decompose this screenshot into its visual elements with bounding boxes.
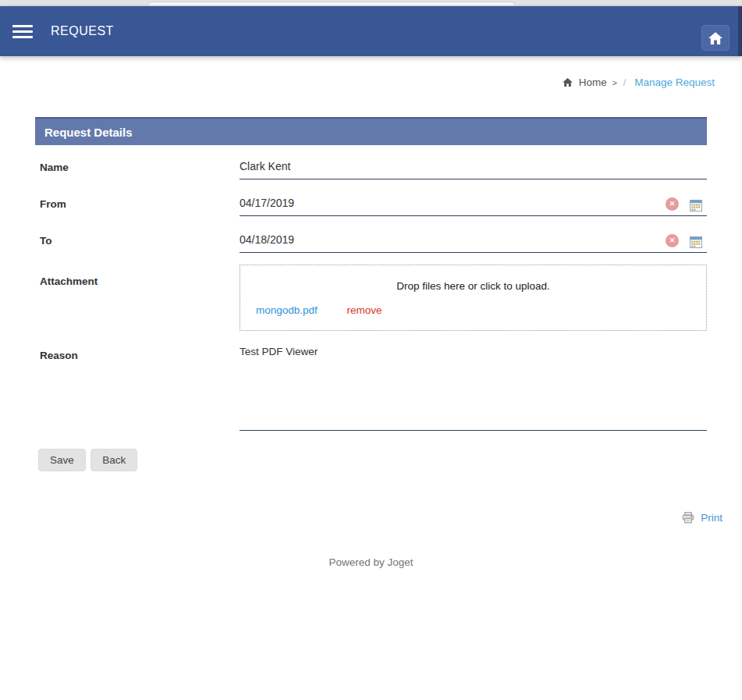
to-clear-x-icon[interactable]: ✕: [666, 234, 679, 247]
field-row-to: To ✕: [35, 228, 707, 253]
field-row-from: From ✕: [35, 191, 707, 216]
dropzone-text: Drop files here or click to upload.: [256, 280, 691, 292]
reason-textarea[interactable]: Test PDF Viewer: [240, 343, 707, 431]
field-row-reason: Reason Test PDF Viewer: [35, 343, 707, 434]
name-input[interactable]: [240, 155, 707, 179]
uploaded-file-row: mongodb.pdf remove: [256, 304, 691, 316]
form-body: Name From ✕ To: [35, 145, 707, 471]
file-dropzone[interactable]: Drop files here or click to upload. mong…: [240, 265, 707, 331]
to-label: To: [35, 228, 240, 253]
name-label: Name: [35, 155, 240, 179]
hamburger-menu-icon[interactable]: [12, 22, 33, 41]
home-icon: [563, 77, 576, 89]
breadcrumb-current-link[interactable]: Manage Request: [634, 76, 715, 88]
field-row-name: Name: [35, 155, 707, 179]
to-calendar-icon[interactable]: [690, 236, 702, 248]
from-date-input[interactable]: [240, 191, 707, 216]
back-button[interactable]: Back: [91, 449, 137, 471]
breadcrumb-separator: /: [623, 76, 627, 88]
print-row: Print: [0, 512, 742, 524]
panel-title: Request Details: [35, 126, 133, 139]
home-button[interactable]: [701, 25, 730, 51]
remove-file-link[interactable]: remove: [347, 304, 382, 316]
to-date-input[interactable]: [240, 228, 707, 253]
browser-chrome-strip: [0, 0, 742, 6]
breadcrumb: Home > / Manage Request: [0, 76, 742, 89]
save-button[interactable]: Save: [38, 449, 86, 471]
field-row-attachment: Attachment Drop files here or click to u…: [35, 265, 707, 331]
from-clear-x-icon[interactable]: ✕: [666, 197, 679, 211]
powered-by-text: Powered by Joget: [0, 556, 742, 568]
uploaded-file-link[interactable]: mongodb.pdf: [256, 304, 318, 316]
attachment-label: Attachment: [35, 265, 240, 331]
print-link[interactable]: Print: [682, 512, 722, 524]
from-calendar-icon[interactable]: [690, 200, 702, 211]
from-label: From: [35, 191, 240, 216]
printer-icon: [682, 512, 701, 524]
app-title: REQUEST: [51, 24, 114, 38]
home-icon: [708, 32, 722, 44]
breadcrumb-home-label: Home: [579, 76, 607, 88]
breadcrumb-separator: >: [612, 78, 616, 87]
request-form-panel: Request Details Name From ✕: [35, 117, 707, 471]
form-buttons: Save Back: [38, 449, 707, 471]
breadcrumb-home-link[interactable]: Home: [563, 76, 610, 88]
app-header: REQUEST: [0, 6, 742, 56]
panel-header: Request Details: [35, 117, 707, 145]
browser-tab-remnant: [148, 2, 515, 5]
reason-label: Reason: [35, 343, 240, 434]
print-label: Print: [701, 512, 722, 524]
